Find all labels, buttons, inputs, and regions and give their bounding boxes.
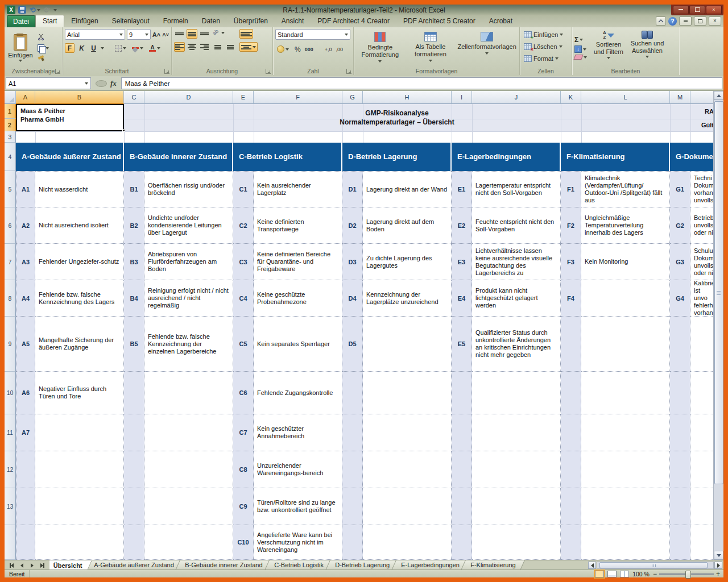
collapse-ribbon-button[interactable] xyxy=(656,16,666,26)
horizontal-scrollbar[interactable] xyxy=(588,560,723,570)
risk-text-cell[interactable]: Kein separates Sperrlager xyxy=(254,317,342,372)
row-header-7[interactable]: 7 xyxy=(5,244,16,280)
redo-button[interactable] xyxy=(43,7,51,13)
sheet-tab-übersicht[interactable]: Übersicht xyxy=(49,560,92,570)
format-as-table-button[interactable]: Als Tabelle formatieren xyxy=(407,29,455,68)
risk-text-cell[interactable]: Kalibrie ist unvo fehlerh vorhan xyxy=(690,280,714,317)
column-header-j[interactable]: J xyxy=(472,91,561,104)
risk-code-cell[interactable] xyxy=(16,488,35,525)
column-header-a[interactable]: A xyxy=(16,91,35,104)
risk-text-cell[interactable]: Lagertemperatur entspricht nicht den Sol… xyxy=(472,171,561,207)
risk-text-cell[interactable]: Nicht wasserdicht xyxy=(35,171,124,207)
font-size-select[interactable]: 9 xyxy=(127,29,151,40)
risk-text-cell[interactable]: Keine geschützte Probenahmezone xyxy=(254,280,342,317)
horizontal-scroll-track[interactable] xyxy=(597,562,714,569)
risk-code-cell[interactable]: C4 xyxy=(233,280,254,317)
risk-text-cell[interactable] xyxy=(144,488,233,525)
risk-code-cell[interactable]: G4 xyxy=(670,280,690,317)
risk-text-cell[interactable] xyxy=(581,451,670,488)
ribbon-tab-start[interactable]: Start xyxy=(35,15,64,27)
risk-code-cell[interactable]: C10 xyxy=(233,525,254,560)
vertical-scrollbar[interactable] xyxy=(713,91,723,560)
shrink-font-button[interactable]: A˅ xyxy=(162,32,169,38)
cell-styles-button[interactable]: Zellenformatvorlagen xyxy=(457,29,517,68)
risk-code-cell[interactable] xyxy=(670,451,690,488)
risk-text-cell[interactable]: Kennzeichnung der Lagerplätze unzureiche… xyxy=(363,280,452,317)
risk-code-cell[interactable] xyxy=(124,414,144,451)
risk-text-cell[interactable] xyxy=(363,525,452,560)
risk-text-cell[interactable] xyxy=(472,372,561,414)
align-bottom-button[interactable] xyxy=(199,29,210,39)
grow-font-button[interactable]: A˄ xyxy=(152,31,160,38)
risk-code-cell[interactable] xyxy=(561,525,581,560)
next-sheet-button[interactable] xyxy=(28,561,36,569)
risk-text-cell[interactable]: Produkt kann nicht lichtgeschützt gelage… xyxy=(472,280,561,317)
risk-text-cell[interactable]: Fehlende bzw. falsche Kennzeichnung der … xyxy=(144,317,233,372)
risk-text-cell[interactable] xyxy=(144,451,233,488)
zoom-in-icon[interactable]: + xyxy=(716,571,720,577)
find-select-button[interactable]: Suchen und Auswählen xyxy=(629,29,665,66)
row-header-1[interactable]: 1 xyxy=(5,104,16,119)
risk-code-cell[interactable] xyxy=(16,451,35,488)
risk-code-cell[interactable]: C8 xyxy=(233,451,254,488)
align-left-button[interactable] xyxy=(174,42,185,52)
row-header-9[interactable]: 9 xyxy=(5,317,16,372)
row-header-8[interactable]: 8 xyxy=(5,280,16,317)
orientation-icon[interactable]: ab xyxy=(212,28,222,40)
risk-text-cell[interactable]: Fehlende Zugangskontrolle xyxy=(254,372,342,414)
risk-code-cell[interactable] xyxy=(124,451,144,488)
risk-code-cell[interactable]: B3 xyxy=(124,244,144,280)
excel-app-icon[interactable]: X xyxy=(7,6,15,14)
risk-code-cell[interactable]: E1 xyxy=(452,171,472,207)
ribbon-tab-formeln[interactable]: Formeln xyxy=(156,15,195,27)
align-center-button[interactable] xyxy=(187,42,197,52)
sort-filter-button[interactable]: AZ Sortieren und Filtern xyxy=(590,29,627,66)
risk-code-cell[interactable] xyxy=(670,414,690,451)
risk-code-cell[interactable]: E2 xyxy=(452,207,472,244)
risk-text-cell[interactable]: Klimatechnik (Verdampfer/Lüftung/ Outdoo… xyxy=(581,171,670,207)
formula-input[interactable]: Maas & Peither xyxy=(121,77,722,89)
risk-code-cell[interactable]: C2 xyxy=(233,207,254,244)
column-header-e[interactable]: E xyxy=(233,91,254,104)
file-tab[interactable]: Datei xyxy=(7,15,35,27)
risk-text-cell[interactable]: Fehlende bzw. falsche Kennzeichnung des … xyxy=(35,280,124,317)
risk-text-cell[interactable] xyxy=(690,414,714,451)
risk-text-cell[interactable]: Nicht ausreichend isoliert xyxy=(35,207,124,244)
column-header-m[interactable]: M xyxy=(670,91,690,104)
paste-button[interactable]: Einfügen xyxy=(7,29,34,66)
row-header-6[interactable]: 6 xyxy=(5,207,16,244)
row-header-11[interactable]: 11 xyxy=(5,414,16,451)
format-cells-button[interactable]: Format xyxy=(522,54,569,63)
row-header-10[interactable]: 10 xyxy=(5,372,16,414)
risk-code-cell[interactable] xyxy=(670,317,690,372)
risk-text-cell[interactable] xyxy=(690,525,714,560)
ribbon-tab-pdf-architect-4-creator[interactable]: PDF Architect 4 Creator xyxy=(311,15,396,27)
risk-code-cell[interactable] xyxy=(452,414,472,451)
risk-text-cell[interactable]: Angelieferte Ware kann bei Verschmutzung… xyxy=(254,525,342,560)
risk-code-cell[interactable]: A2 xyxy=(16,207,35,244)
borders-button[interactable] xyxy=(113,44,128,53)
ribbon-tab-ansicht[interactable]: Ansicht xyxy=(275,15,311,27)
risk-text-cell[interactable]: Fehlender Ungeziefer-schutz xyxy=(35,244,124,280)
risk-text-cell[interactable] xyxy=(690,317,714,372)
risk-code-cell[interactable] xyxy=(16,525,35,560)
risk-text-cell[interactable]: Lichtverhältnisse lassen keine ausreiche… xyxy=(472,244,561,280)
sheet-tab-d-betrieb-lagerung[interactable]: D-Betrieb Lagerung xyxy=(325,560,399,570)
zoom-slider[interactable]: − + xyxy=(653,571,720,577)
risk-text-cell[interactable] xyxy=(35,414,124,451)
zoom-level[interactable]: 100 % xyxy=(632,571,650,577)
risk-code-cell[interactable]: E3 xyxy=(452,244,472,280)
help-button[interactable]: ? xyxy=(668,17,677,26)
scroll-down-button[interactable] xyxy=(714,551,723,560)
risk-text-cell[interactable]: Unzureichender Wareneingangs-bereich xyxy=(254,451,342,488)
risk-text-cell[interactable] xyxy=(35,451,124,488)
column-header-b[interactable]: B xyxy=(35,91,124,104)
risk-text-cell[interactable]: Ungleichmäßige Temperaturverteilung inne… xyxy=(581,207,670,244)
risk-text-cell[interactable]: Oberflächen rissig und/oder bröckelnd xyxy=(144,171,233,207)
risk-text-cell[interactable] xyxy=(581,280,670,317)
risk-code-cell[interactable] xyxy=(561,451,581,488)
risk-code-cell[interactable]: C1 xyxy=(233,171,254,207)
risk-code-cell[interactable]: A1 xyxy=(16,171,35,207)
ribbon-tab-daten[interactable]: Daten xyxy=(195,15,227,27)
risk-code-cell[interactable] xyxy=(342,414,363,451)
